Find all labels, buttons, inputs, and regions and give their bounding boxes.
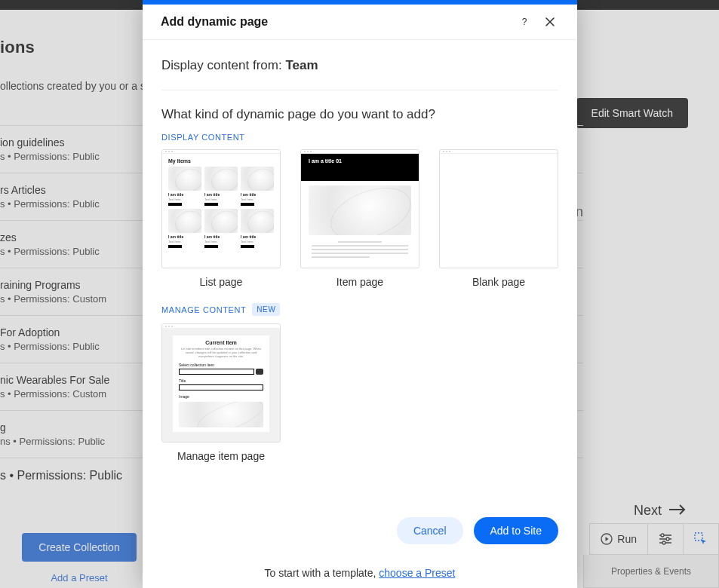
page-heading-partial: ions: [0, 38, 35, 57]
modal-title: Add dynamic page: [161, 15, 268, 29]
page-type-card-list[interactable]: My Items I am titleText here I am titleT…: [161, 149, 281, 268]
play-circle-icon: [601, 533, 613, 545]
card-label-list: List page: [161, 276, 281, 288]
thumb-item-title: I am a title 01: [309, 158, 411, 164]
cancel-button[interactable]: Cancel: [397, 517, 463, 544]
page-type-card-item[interactable]: I am a title 01: [300, 149, 419, 268]
new-badge: NEW: [252, 303, 280, 316]
page-type-cards-row: My Items I am titleText here I am titleT…: [161, 149, 558, 288]
display-from-value: Team: [285, 58, 318, 72]
settings-sliders-button[interactable]: [647, 524, 683, 554]
bottom-tool-bar: Run: [589, 523, 719, 555]
modal-footer: Cancel Add to Site To start with a templ…: [143, 507, 577, 588]
display-content-from: Display content from: Team: [161, 58, 558, 73]
svg-text:?: ?: [522, 17, 527, 27]
sliders-icon: [659, 533, 672, 545]
add-preset-link[interactable]: Add a Preset: [0, 572, 158, 583]
close-icon: [545, 17, 555, 27]
svg-point-1: [661, 534, 664, 537]
section-label-manage-text: MANAGE CONTENT: [161, 305, 246, 314]
card-label-manage: Manage item page: [161, 450, 281, 462]
run-label: Run: [617, 533, 637, 545]
add-to-site-button[interactable]: Add to Site: [474, 517, 559, 544]
page-type-card-blank[interactable]: [439, 149, 558, 268]
create-collection-button[interactable]: Create Collection: [22, 533, 136, 562]
inspect-cursor-icon: [694, 532, 708, 546]
svg-point-3: [662, 541, 665, 544]
run-button[interactable]: Run: [590, 524, 647, 554]
close-button[interactable]: [541, 13, 559, 31]
footer-note-text: To start with a template,: [265, 567, 379, 579]
modal-question: What kind of dynamic page do you want to…: [161, 107, 558, 122]
thumb-manage-title: Current Item: [179, 340, 263, 345]
modal-header: Add dynamic page ?: [143, 5, 577, 40]
next-button[interactable]: Next: [634, 503, 686, 519]
choose-preset-link[interactable]: choose a Preset: [379, 567, 455, 579]
footer-note: To start with a template, choose a Prese…: [161, 567, 558, 579]
properties-events-tab[interactable]: Properties & Events: [583, 555, 719, 588]
divider: [161, 90, 558, 90]
arrow-right-icon: [669, 503, 686, 519]
add-dynamic-page-modal: Add dynamic page ? Display content from:…: [143, 0, 577, 588]
card-label-blank: Blank page: [439, 276, 558, 288]
display-from-label: Display content from:: [161, 58, 285, 72]
thumb-list-title: My Items: [168, 158, 274, 164]
thumb-manage-field-title: Title: [179, 378, 263, 383]
page-desc-partial: ollections created by you or a s: [0, 80, 146, 92]
help-button[interactable]: ?: [515, 13, 533, 31]
svg-point-2: [666, 537, 669, 541]
card-label-item: Item page: [300, 276, 419, 288]
section-label-display: DISPLAY CONTENT: [161, 133, 558, 142]
thumb-manage-field-image: Image: [179, 394, 263, 399]
page-type-card-manage[interactable]: Current Item Let site members edit colle…: [161, 323, 281, 443]
inspect-button[interactable]: [683, 524, 718, 554]
help-icon: ?: [519, 17, 530, 27]
next-label: Next: [634, 503, 662, 519]
edit-button[interactable]: Edit Smart Watch: [576, 98, 688, 128]
section-label-manage: MANAGE CONTENT NEW: [161, 303, 558, 316]
